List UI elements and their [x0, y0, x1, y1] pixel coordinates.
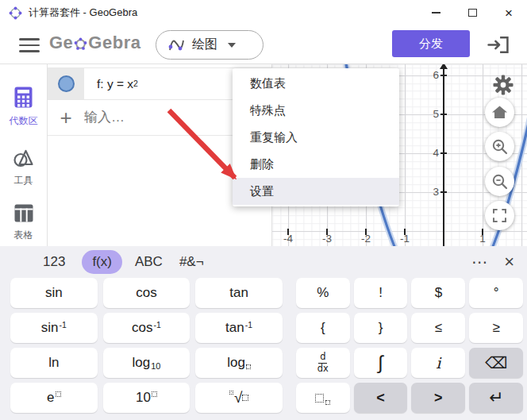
placeholder-box — [229, 391, 233, 395]
key-cursor-left[interactable]: < — [354, 383, 408, 413]
tick-label: 5 — [421, 108, 439, 120]
titlebar: 计算器套件 - GeoGebra × — [0, 0, 527, 25]
placeholder-box — [56, 391, 61, 397]
key-dollar[interactable]: $ — [411, 278, 465, 308]
backspace-icon: ⌫ — [485, 353, 507, 372]
sidebar-item-algebra[interactable]: 代数区 — [0, 87, 47, 128]
tick-label: 3 — [421, 186, 439, 198]
add-icon: + — [48, 106, 84, 130]
key-imaginary[interactable]: i — [411, 348, 465, 378]
key-close-brace[interactable]: } — [354, 313, 408, 343]
mode-switcher-dropdown[interactable]: 绘图 — [156, 30, 264, 60]
key-log-base[interactable]: log — [195, 348, 283, 378]
keyboard-more-button[interactable]: ⋯ — [471, 252, 488, 272]
key-cos[interactable]: cos — [103, 278, 190, 308]
keyboard-keys: sin cos tan % ! $ ° sin-1 cos-1 tan-1 { … — [0, 278, 527, 413]
close-button[interactable]: × — [490, 0, 527, 25]
key-10-power[interactable]: 10 — [103, 383, 190, 413]
tick-label: -4 — [278, 233, 298, 245]
key-tan[interactable]: tan — [195, 278, 283, 308]
sign-in-button[interactable] — [486, 34, 511, 56]
placeholder-box — [246, 364, 251, 369]
close-icon: × — [505, 6, 513, 20]
tick-label: -2 — [356, 233, 376, 245]
placeholder-box — [315, 394, 324, 403]
main-menu-button[interactable] — [19, 38, 40, 52]
maximize-button[interactable] — [454, 0, 490, 25]
key-sin[interactable]: sin — [10, 278, 98, 308]
tick-label: -1 — [394, 233, 415, 245]
sidebar-item-label: 工具 — [0, 174, 47, 187]
placeholder-box — [325, 400, 330, 405]
context-menu: 数值表 特殊点 重复输入 删除 设置 — [233, 68, 399, 206]
window-title: 计算器套件 - GeoGebra — [29, 6, 137, 20]
sidebar-item-tools[interactable]: 工具 — [0, 148, 47, 187]
tick-label: 1 — [472, 233, 493, 245]
tab-fx[interactable]: f(x) — [82, 250, 122, 274]
menu-item-delete[interactable]: 删除 — [233, 151, 399, 178]
y-axis-arrow — [440, 64, 448, 69]
toggle-cell — [48, 68, 84, 99]
enter-icon: ↵ — [489, 387, 503, 408]
zoom-in-button[interactable] — [485, 132, 514, 161]
menu-item-table-of-values[interactable]: 数值表 — [233, 70, 399, 97]
tick-label: 4 — [421, 147, 439, 159]
maximize-icon — [468, 9, 477, 17]
menu-item-settings[interactable]: 设置 — [233, 178, 399, 205]
expression-input[interactable] — [84, 110, 203, 125]
key-cursor-right[interactable]: > — [411, 383, 465, 413]
sidebar-item-label: 代数区 — [0, 114, 47, 128]
key-log10[interactable]: log10 — [103, 348, 190, 378]
key-nth-root[interactable]: √ — [195, 383, 283, 413]
expression[interactable]: f: y = x2 — [84, 68, 138, 99]
tab-symbols[interactable]: #&¬ — [179, 254, 204, 270]
fullscreen-button[interactable] — [485, 201, 514, 230]
key-degree[interactable]: ° — [469, 278, 523, 308]
function-curve-icon — [167, 37, 186, 53]
menu-item-special-points[interactable]: 特殊点 — [233, 97, 399, 124]
key-percent[interactable]: % — [296, 278, 350, 308]
logo-gear-icon — [74, 37, 87, 51]
key-arctan[interactable]: tan-1 — [195, 313, 283, 343]
keyboard-close-button[interactable]: × — [504, 253, 514, 271]
tab-123[interactable]: 123 — [43, 254, 65, 270]
zoom-in-icon — [492, 139, 508, 155]
geogebra-app-icon — [9, 6, 22, 20]
key-subscript[interactable] — [296, 383, 350, 413]
tools-icon — [13, 148, 34, 168]
key-e-power[interactable]: e — [10, 383, 98, 413]
y-axis — [443, 67, 444, 246]
minimize-button[interactable] — [417, 0, 454, 25]
hamburger-icon — [19, 38, 40, 40]
key-enter[interactable]: ↵ — [469, 383, 523, 413]
placeholder-box — [242, 395, 248, 401]
exponent: 2 — [133, 79, 138, 88]
graph-settings-button[interactable] — [492, 74, 514, 96]
zoom-out-icon — [492, 174, 508, 190]
zoom-out-button[interactable] — [485, 167, 514, 196]
virtual-keyboard: 123 f(x) ABC #&¬ ⋯ × sin cos tan % ! $ °… — [0, 246, 527, 420]
key-integral[interactable]: ∫ — [354, 348, 408, 378]
key-backspace[interactable]: ⌫ — [469, 348, 523, 378]
visibility-toggle[interactable] — [58, 75, 75, 92]
menu-item-duplicate-input[interactable]: 重复输入 — [233, 124, 399, 151]
key-geq[interactable]: ≥ — [469, 313, 523, 343]
keyboard-tabs: 123 f(x) ABC #&¬ ⋯ × — [0, 246, 527, 278]
tick-label: -3 — [317, 233, 337, 245]
key-factorial[interactable]: ! — [354, 278, 408, 308]
placeholder-box — [152, 391, 157, 397]
app-window: 计算器套件 - GeoGebra × Ge Gebra — [0, 0, 527, 420]
key-derivative[interactable]: ddx — [296, 348, 350, 378]
mode-label: 绘图 — [192, 37, 217, 53]
share-button[interactable]: 分发 — [392, 30, 470, 57]
tab-abc[interactable]: ABC — [135, 254, 163, 270]
key-open-brace[interactable]: { — [296, 313, 350, 343]
sidebar-item-spreadsheet[interactable]: 表格 — [0, 204, 47, 242]
minimize-icon — [432, 12, 440, 13]
key-leq[interactable]: ≤ — [411, 313, 465, 343]
home-button[interactable] — [485, 98, 514, 127]
key-arccos[interactable]: cos-1 — [103, 313, 190, 343]
home-icon — [492, 106, 507, 119]
key-ln[interactable]: ln — [10, 348, 98, 378]
key-arcsin[interactable]: sin-1 — [10, 313, 98, 343]
